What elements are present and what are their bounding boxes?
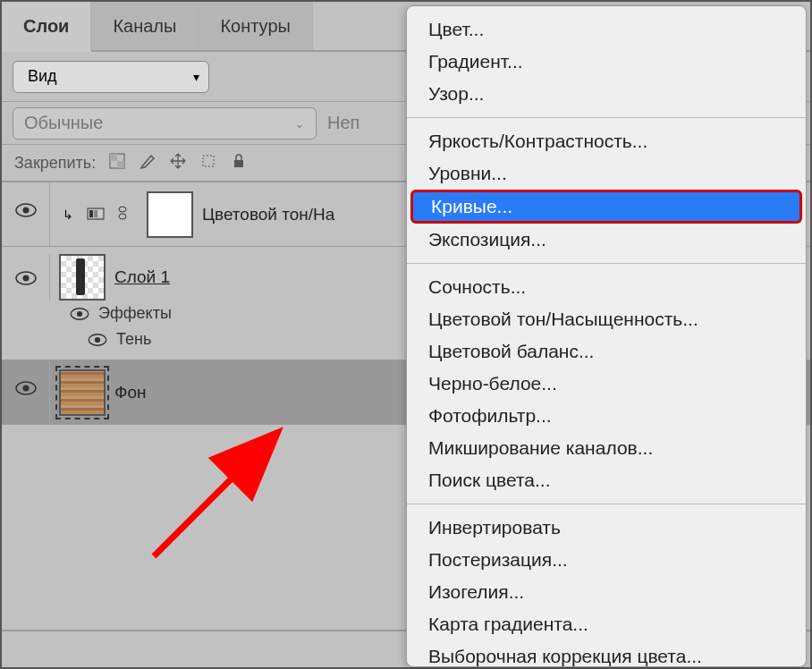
menu-channel-mixer[interactable]: Микширование каналов...	[407, 432, 806, 464]
chevron-down-icon: ⌄	[294, 116, 305, 131]
opacity-label: Неп	[327, 113, 359, 133]
tab-layers[interactable]: Слои	[2, 2, 91, 52]
svg-rect-8	[203, 156, 214, 166]
svg-line-31	[154, 440, 270, 556]
blend-mode-value: Обычные	[24, 113, 103, 133]
menu-levels[interactable]: Уровни...	[407, 157, 806, 190]
svg-point-23	[95, 336, 100, 342]
mask-link-icon[interactable]	[113, 203, 132, 226]
menu-vibrance[interactable]: Сочность...	[407, 271, 806, 303]
layer-name[interactable]: Фон	[114, 383, 147, 402]
menu-hue-saturation[interactable]: Цветовой тон/Насыщенность...	[407, 303, 806, 335]
tab-paths[interactable]: Контуры	[199, 2, 312, 50]
menu-black-white[interactable]: Черно-белое...	[407, 368, 806, 400]
menu-exposure[interactable]: Экспозиция...	[407, 224, 806, 256]
visibility-toggle[interactable]	[2, 254, 50, 301]
menu-color-balance[interactable]: Цветовой баланс...	[407, 335, 806, 368]
svg-point-19	[22, 275, 29, 282]
svg-point-16	[119, 207, 126, 212]
layer-mask-thumbnail[interactable]	[147, 191, 193, 238]
svg-rect-15	[98, 210, 102, 217]
menu-separator	[407, 504, 806, 504]
adjustment-type-icon	[86, 203, 106, 226]
svg-rect-13	[89, 210, 93, 217]
lock-all-icon[interactable]	[230, 152, 248, 174]
menu-color-lookup[interactable]: Поиск цвета...	[407, 464, 806, 496]
menu-color[interactable]: Цвет...	[407, 13, 806, 46]
chevron-down-icon: ▾	[193, 70, 199, 84]
lock-transparent-icon[interactable]	[108, 152, 126, 174]
svg-point-25	[22, 385, 29, 392]
layer-thumbnail[interactable]	[59, 369, 106, 416]
layer-thumbnail[interactable]	[59, 254, 106, 301]
effect-name: Тень	[116, 330, 151, 349]
menu-selective-color[interactable]: Выборочная коррекция цвета...	[407, 640, 806, 669]
visibility-toggle[interactable]	[2, 360, 50, 424]
filter-label: Вид	[28, 67, 57, 86]
layer-filter-dropdown[interactable]: Вид ▾	[13, 61, 209, 93]
menu-pattern[interactable]: Узор...	[407, 78, 806, 110]
menu-brightness-contrast[interactable]: Яркость/Контрастность...	[407, 125, 806, 157]
menu-separator	[407, 263, 806, 264]
effects-label: Эффекты	[98, 304, 172, 323]
lock-artboard-icon[interactable]	[199, 152, 217, 174]
menu-gradient[interactable]: Градиент...	[407, 46, 806, 78]
svg-rect-14	[94, 210, 97, 217]
clip-indicator-icon: ↳	[59, 207, 77, 222]
menu-photo-filter[interactable]: Фотофильтр...	[407, 400, 806, 432]
svg-point-11	[22, 207, 29, 214]
svg-rect-9	[234, 160, 243, 167]
svg-point-17	[119, 214, 126, 219]
menu-threshold[interactable]: Изогелия...	[407, 576, 806, 608]
adjustment-layer-menu: Цвет... Градиент... Узор... Яркость/Конт…	[406, 5, 807, 667]
layers-panel: Слои Каналы Контуры Вид ▾ Обычные ⌄ Неп	[0, 0, 812, 669]
menu-gradient-map[interactable]: Карта градиента...	[407, 608, 806, 640]
blend-mode-dropdown[interactable]: Обычные ⌄	[13, 107, 317, 140]
menu-curves[interactable]: Кривые...	[410, 190, 802, 224]
visibility-toggle[interactable]	[2, 182, 50, 246]
lock-paint-icon[interactable]	[139, 152, 156, 174]
layer-name[interactable]: Слой 1	[114, 267, 170, 287]
menu-invert[interactable]: Инвертировать	[407, 512, 806, 544]
svg-rect-6	[110, 154, 117, 161]
lock-label: Закрепить:	[14, 154, 96, 173]
svg-point-21	[77, 310, 82, 316]
lock-position-icon[interactable]	[169, 152, 187, 174]
svg-rect-7	[117, 161, 124, 168]
tab-channels[interactable]: Каналы	[91, 2, 199, 50]
layer-name[interactable]: Цветовой тон/На	[202, 205, 334, 224]
menu-posterize[interactable]: Постеризация...	[407, 544, 806, 576]
menu-separator	[407, 117, 806, 118]
